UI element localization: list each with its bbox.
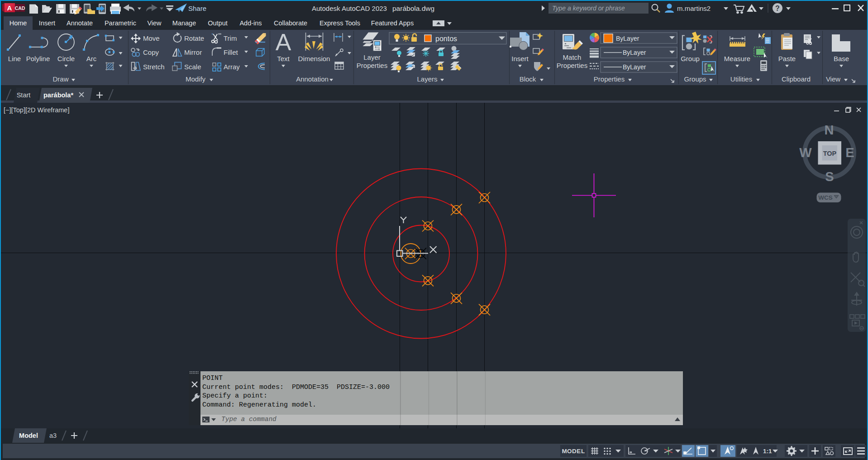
- svg-text:Properties: Properties: [557, 62, 587, 69]
- svg-text:Group: Group: [681, 55, 700, 62]
- svg-text:Layers: Layers: [417, 75, 437, 83]
- svg-text:Utilities: Utilities: [730, 75, 752, 83]
- svg-text:Move: Move: [143, 34, 160, 42]
- svg-text:ByLayer: ByLayer: [623, 49, 646, 56]
- svg-text:Layer: Layer: [363, 53, 381, 61]
- svg-text:Array: Array: [224, 63, 240, 71]
- svg-text:Clipboard: Clipboard: [782, 75, 811, 83]
- svg-text:Match: Match: [563, 53, 582, 61]
- svg-text:Groups: Groups: [684, 75, 706, 83]
- svg-text:Scale: Scale: [184, 63, 201, 71]
- svg-text:S: S: [825, 169, 834, 184]
- svg-text:Share: Share: [188, 5, 206, 12]
- svg-text:ByLayer: ByLayer: [616, 35, 639, 42]
- svg-text:Polyline: Polyline: [26, 55, 50, 62]
- svg-text:parábola*: parábola*: [43, 91, 73, 99]
- svg-text:Arc: Arc: [86, 55, 97, 62]
- svg-text:N: N: [825, 123, 834, 137]
- svg-text:E: E: [845, 145, 854, 160]
- svg-text:Type a keyword or phrase: Type a keyword or phrase: [552, 5, 625, 12]
- svg-text:TOP: TOP: [823, 150, 837, 157]
- svg-text:Circle: Circle: [57, 55, 75, 62]
- svg-text:Annotation: Annotation: [296, 75, 329, 83]
- svg-text:Autodesk AutoCAD 2023: Autodesk AutoCAD 2023: [312, 5, 387, 12]
- svg-text:Block: Block: [520, 75, 536, 83]
- svg-text:Mirror: Mirror: [184, 48, 202, 56]
- svg-text:Stretch: Stretch: [143, 63, 165, 71]
- svg-text:Start: Start: [17, 91, 31, 99]
- svg-text:Dimension: Dimension: [298, 55, 330, 62]
- svg-text:1:1: 1:1: [763, 448, 772, 455]
- svg-text:MODEL: MODEL: [562, 448, 585, 455]
- svg-text:Base: Base: [834, 55, 849, 62]
- svg-text:Draw: Draw: [52, 75, 68, 83]
- svg-text:A: A: [7, 4, 12, 12]
- svg-text:CAD: CAD: [15, 5, 25, 11]
- svg-text:WCS: WCS: [818, 194, 833, 201]
- svg-text:Trim: Trim: [224, 34, 237, 42]
- svg-text:ByLayer: ByLayer: [623, 63, 646, 71]
- svg-text:Rotate: Rotate: [184, 34, 204, 42]
- svg-text:W: W: [799, 145, 812, 160]
- svg-text:pontos: pontos: [435, 35, 457, 43]
- svg-text:Measure: Measure: [724, 55, 750, 62]
- svg-text:Modify: Modify: [186, 75, 206, 83]
- svg-text:Fillet: Fillet: [224, 48, 238, 56]
- svg-text:?: ?: [775, 5, 780, 12]
- svg-text:Paste: Paste: [778, 55, 796, 62]
- svg-text:Properties: Properties: [594, 75, 625, 83]
- svg-text:Model: Model: [19, 432, 38, 439]
- svg-text:Line: Line: [8, 55, 21, 62]
- svg-text:Copy: Copy: [143, 48, 159, 56]
- svg-text:m.martins2: m.martins2: [677, 5, 711, 12]
- svg-text:Insert: Insert: [511, 55, 529, 62]
- svg-text:a3: a3: [49, 432, 57, 439]
- svg-text:Properties: Properties: [357, 62, 387, 69]
- svg-text:Text: Text: [277, 55, 290, 62]
- svg-text:A: A: [276, 30, 291, 55]
- svg-text:[−][Top][2D Wireframe]: [−][Top][2D Wireframe]: [4, 106, 69, 114]
- svg-text:parábola.dwg: parábola.dwg: [392, 5, 434, 12]
- svg-text:View: View: [826, 75, 840, 83]
